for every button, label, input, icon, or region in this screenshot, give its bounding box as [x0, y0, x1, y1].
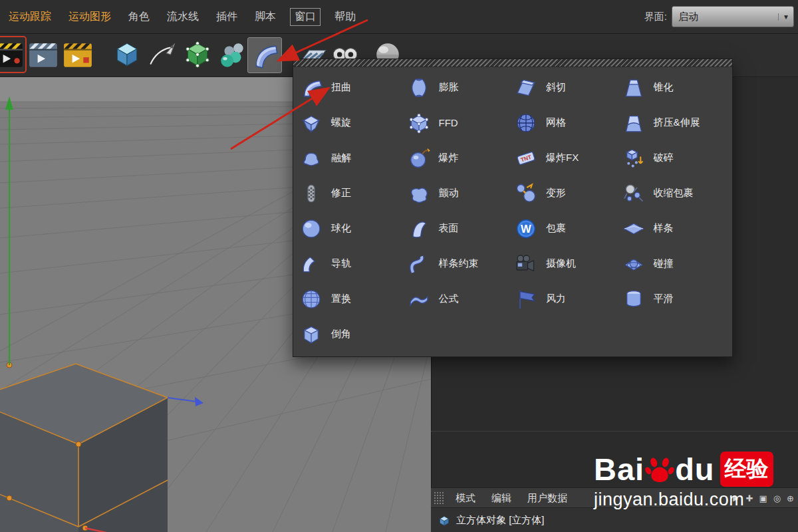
deformer-item-ffd[interactable]: FFD	[406, 105, 514, 140]
menubar-item[interactable]: 脚本	[255, 10, 276, 24]
deformer-item-taper[interactable]: 锥化	[621, 70, 729, 105]
deformer-item-smoothing[interactable]: 平滑	[621, 281, 729, 317]
wrap-icon: W	[513, 216, 539, 241]
shrinkwrap-icon	[621, 181, 646, 206]
deformer-item-explosion[interactable]: 爆炸	[406, 140, 514, 176]
bend-icon	[299, 75, 324, 100]
menubar-item[interactable]: 角色	[128, 10, 150, 24]
deformer-item-shrinkwrap[interactable]: 收缩包裹	[621, 176, 729, 211]
target-icon[interactable]: ◎	[773, 493, 781, 503]
deformer-item-label: 倒角	[331, 328, 351, 340]
deformer-item-melt[interactable]: 融解	[299, 140, 406, 176]
smoothing-icon	[621, 287, 646, 312]
deformer-item-label: 收缩包裹	[654, 187, 694, 200]
correction-icon	[299, 181, 324, 206]
deformer-item-label: 破碎	[654, 152, 674, 164]
watermark-brand-prefix: Bai	[594, 451, 644, 487]
menu-编辑[interactable]: 编辑	[483, 492, 519, 505]
morph-icon	[513, 181, 539, 206]
deformer-menu-column-3: 斜切网格TNT爆炸FX变形W包裹摄像机风力	[513, 70, 621, 352]
deformer-dropdown-menu: 扭曲螺旋融解修正球化导轨置换倒角膨胀FFD爆炸颤动表面样条约束公式斜切网格TNT…	[293, 59, 733, 357]
deformer-item-label: 变形	[546, 187, 566, 200]
deformer-item-camera[interactable]: 摄像机	[513, 246, 621, 281]
menubar-item[interactable]: 运动图形	[68, 10, 111, 24]
record-clapper-icon[interactable]	[0, 37, 25, 72]
twist-icon	[299, 110, 324, 136]
mesh-icon	[513, 110, 539, 136]
interface-dropdown[interactable]: 启动 ▼	[672, 6, 794, 27]
shear-icon	[513, 75, 539, 100]
deformer-item-label: 风力	[546, 293, 566, 305]
deformer-item-splineconstraint[interactable]: 样条约束	[406, 246, 514, 281]
svg-text:W: W	[521, 223, 531, 235]
deformer-item-mesh[interactable]: 网格	[513, 105, 621, 140]
cube-primitive-icon[interactable]	[110, 37, 144, 72]
watermark-badge: 经验	[720, 452, 773, 487]
deformer-item-bend[interactable]: 扭曲	[299, 70, 406, 105]
top-menu-items: 运动跟踪运动图形角色流水线插件脚本窗口帮助	[0, 0, 364, 33]
menubar-item[interactable]: 运动跟踪	[9, 10, 51, 24]
wind-icon	[513, 287, 539, 312]
deformer-item-morph[interactable]: 变形	[513, 176, 621, 211]
deformer-item-wrap[interactable]: W包裹	[513, 211, 621, 246]
deformer-item-shear[interactable]: 斜切	[513, 70, 621, 105]
deformer-item-formula[interactable]: 公式	[406, 281, 514, 317]
menubar-drag-handle[interactable]	[434, 491, 444, 505]
deformer-item-label: 斜切	[546, 81, 566, 94]
deformer-item-label: FFD	[439, 117, 458, 128]
menubar-item[interactable]: 窗口	[290, 8, 321, 26]
deformer-item-bevel[interactable]: 倒角	[299, 317, 406, 352]
explosionfx-icon: TNT	[513, 146, 539, 171]
deformer-item-label: 修正	[331, 187, 351, 200]
editable-poly-icon[interactable]	[181, 37, 214, 72]
deformer-item-squash[interactable]: 挤压&伸展	[621, 105, 729, 140]
deformer-item-shatter[interactable]: 破碎	[621, 140, 729, 176]
deformer-item-bulge[interactable]: 膨胀	[406, 70, 514, 105]
deformer-item-twist[interactable]: 螺旋	[299, 105, 406, 140]
spherify-icon	[299, 216, 324, 241]
array-tool-icon[interactable]	[216, 37, 249, 72]
deformer-item-label: 膨胀	[439, 81, 459, 94]
deformer-item-rail[interactable]: 导轨	[299, 246, 406, 281]
menu-模式[interactable]: 模式	[448, 492, 483, 505]
clapper-yellow-icon[interactable]	[61, 37, 94, 72]
deformer-item-surface[interactable]: 表面	[406, 211, 514, 246]
deformer-menu-column-1: 扭曲螺旋融解修正球化导轨置换倒角	[299, 70, 406, 352]
axis-icon[interactable]: ⊕	[787, 493, 794, 503]
deformer-item-wind[interactable]: 风力	[513, 281, 621, 317]
deformer-item-collision[interactable]: 碰撞	[621, 246, 729, 281]
interface-label: 界面:	[644, 11, 667, 23]
spline-pen-icon[interactable]	[146, 37, 179, 72]
deformer-item-displace[interactable]: 置换	[299, 281, 406, 317]
menubar-item[interactable]: 帮助	[334, 10, 356, 24]
deformer-item-spline[interactable]: 样条	[621, 211, 729, 246]
top-menubar: 运动跟踪运动图形角色流水线插件脚本窗口帮助 界面: 启动 ▼	[0, 0, 798, 34]
clapper-blue-icon[interactable]	[27, 37, 60, 72]
deformer-item-label: 公式	[439, 293, 459, 305]
deformer-item-label: 导轨	[331, 257, 351, 270]
deformer-item-label: 颤动	[439, 187, 459, 200]
menubar-item[interactable]: 插件	[216, 10, 237, 24]
attribute-object-row[interactable]: 立方体对象 [立方体]	[431, 507, 798, 532]
deformer-item-label: 爆炸	[439, 152, 459, 164]
cube-object[interactable]	[0, 362, 168, 532]
deformer-item-jiggle[interactable]: 颤动	[406, 176, 514, 211]
deformer-item-label: 球化	[331, 222, 351, 235]
deformer-item-label: 碰撞	[654, 257, 674, 270]
cube-icon	[438, 514, 451, 527]
object-row-label: 立方体对象 [立方体]	[456, 514, 545, 527]
deformer-item-label: 融解	[331, 152, 351, 164]
jiggle-icon	[406, 181, 432, 206]
deformer-item-correction[interactable]: 修正	[299, 176, 406, 211]
baidu-paw-icon	[645, 455, 674, 484]
panel-divider[interactable]	[431, 431, 798, 432]
deformer-item-explosionfx[interactable]: TNT爆炸FX	[513, 140, 621, 176]
deformer-tool-icon[interactable]	[247, 37, 282, 73]
deformer-item-spherify[interactable]: 球化	[299, 211, 406, 246]
bulge-icon	[406, 75, 432, 100]
menu-tearoff-handle[interactable]	[293, 59, 732, 67]
deformer-item-label: 包裹	[546, 222, 566, 235]
chevron-down-icon: ▼	[778, 13, 793, 21]
menubar-item[interactable]: 流水线	[167, 10, 199, 24]
menu-用户数据[interactable]: 用户数据	[519, 492, 575, 505]
